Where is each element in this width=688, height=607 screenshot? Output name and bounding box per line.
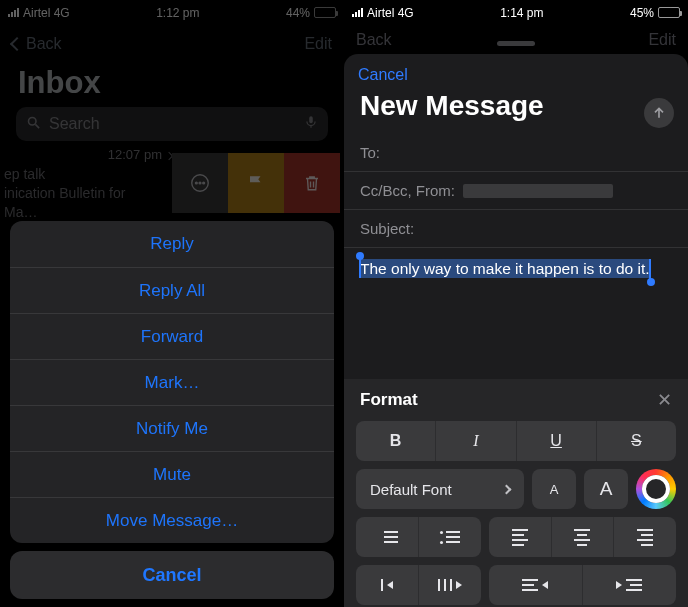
- to-label: To:: [360, 144, 380, 161]
- action-sheet-group: Reply Reply All Forward Mark… Notify Me …: [10, 221, 334, 543]
- indent-segment: [356, 565, 481, 605]
- compose-body[interactable]: The only way to make it happen is to do …: [344, 248, 688, 290]
- sheet-forward[interactable]: Forward: [10, 313, 334, 359]
- style-segment: B I U S: [356, 421, 676, 461]
- numbered-list-icon: [376, 531, 398, 543]
- align-center-icon: [574, 529, 590, 546]
- strike-button[interactable]: S: [596, 421, 676, 461]
- text-color-picker[interactable]: [636, 469, 676, 509]
- indent-decrease-button[interactable]: [356, 565, 418, 605]
- behind-back-label: Back: [356, 31, 392, 49]
- battery-icon: ⚡︎: [658, 7, 680, 18]
- ltr-button[interactable]: [489, 565, 582, 605]
- underline-button[interactable]: U: [516, 421, 596, 461]
- sheet-move[interactable]: Move Message…: [10, 497, 334, 543]
- behind-nav: Back Edit: [344, 25, 688, 55]
- format-close-button[interactable]: ✕: [657, 389, 672, 411]
- arrow-up-icon: [651, 105, 667, 121]
- italic-button[interactable]: I: [435, 421, 515, 461]
- compose-cancel[interactable]: Cancel: [358, 66, 408, 84]
- clock-label: 1:14 pm: [500, 6, 543, 20]
- from-value-redacted: [463, 184, 613, 198]
- rtl-icon: [616, 579, 642, 591]
- bullet-list-icon: [440, 531, 460, 543]
- action-sheet: Reply Reply All Forward Mark… Notify Me …: [10, 221, 334, 599]
- status-bar: Airtel 4G 1:14 pm 45% ⚡︎: [344, 0, 688, 25]
- sheet-drag-handle[interactable]: [497, 41, 535, 46]
- behind-edit-label: Edit: [648, 31, 676, 49]
- align-center-button[interactable]: [551, 517, 614, 557]
- format-title: Format: [360, 390, 418, 410]
- indent-decrease-icon: [381, 579, 393, 591]
- align-right-icon: [637, 529, 653, 546]
- ccbcc-label: Cc/Bcc, From:: [360, 182, 455, 199]
- signal-icon: [352, 8, 363, 17]
- sheet-mute[interactable]: Mute: [10, 451, 334, 497]
- chevron-right-icon: [502, 484, 512, 494]
- list-segment: [356, 517, 481, 557]
- font-label: Default Font: [370, 481, 452, 498]
- sheet-mark[interactable]: Mark…: [10, 359, 334, 405]
- subject-label: Subject:: [360, 220, 414, 237]
- bullet-list-button[interactable]: [418, 517, 481, 557]
- compose-title: New Message: [344, 86, 688, 134]
- battery-pct: 45%: [630, 6, 654, 20]
- to-field[interactable]: To:: [344, 134, 688, 172]
- font-picker[interactable]: Default Font: [356, 469, 524, 509]
- carrier-label: Airtel 4G: [367, 6, 414, 20]
- phone-left: Airtel 4G 1:12 pm 44% ⚡︎ Back Edit Inbox…: [0, 0, 344, 607]
- bold-button[interactable]: B: [356, 421, 435, 461]
- font-size-larger[interactable]: A: [584, 469, 628, 509]
- subject-field[interactable]: Subject:: [344, 210, 688, 248]
- format-panel: Format ✕ B I U S Default Font A A: [344, 379, 688, 607]
- sheet-reply-all[interactable]: Reply All: [10, 267, 334, 313]
- send-button[interactable]: [644, 98, 674, 128]
- font-size-smaller[interactable]: A: [532, 469, 576, 509]
- numbered-list-button[interactable]: [356, 517, 418, 557]
- align-left-button[interactable]: [489, 517, 551, 557]
- sheet-notify[interactable]: Notify Me: [10, 405, 334, 451]
- direction-segment: [489, 565, 676, 605]
- align-segment: [489, 517, 676, 557]
- align-right-button[interactable]: [613, 517, 676, 557]
- rtl-button[interactable]: [582, 565, 676, 605]
- sheet-reply[interactable]: Reply: [10, 221, 334, 267]
- ccbcc-field[interactable]: Cc/Bcc, From:: [344, 172, 688, 210]
- indent-increase-button[interactable]: [418, 565, 481, 605]
- align-left-icon: [512, 529, 528, 546]
- phone-right: Airtel 4G 1:14 pm 45% ⚡︎ Back Edit Cance…: [344, 0, 688, 607]
- indent-increase-icon: [438, 579, 462, 591]
- compose-sheet: Cancel New Message To: Cc/Bcc, From: Sub…: [344, 54, 688, 607]
- sheet-cancel[interactable]: Cancel: [10, 551, 334, 599]
- selected-body-text[interactable]: The only way to make it happen is to do …: [360, 259, 650, 278]
- ltr-icon: [522, 579, 548, 591]
